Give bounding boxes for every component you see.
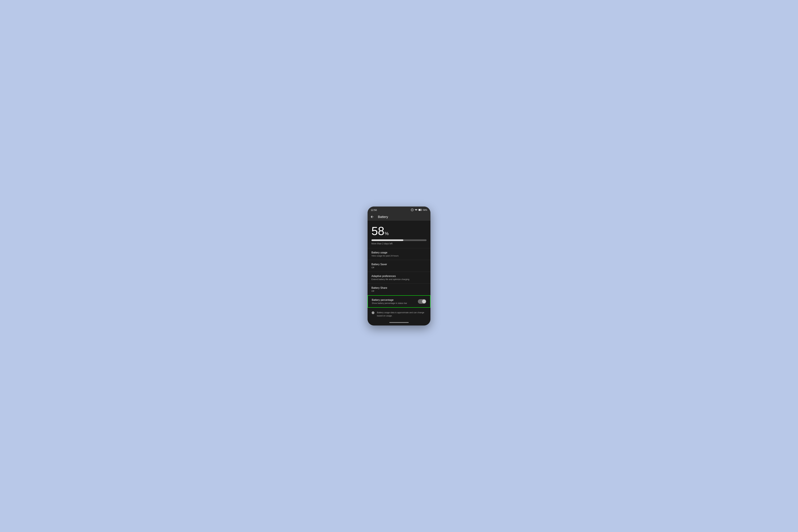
toolbar-title: Battery [378,215,388,219]
adaptive-preferences-subtitle: Extend battery life and optimize chargin… [372,278,426,281]
battery-saver-subtitle: Off [372,266,426,269]
back-button[interactable] [370,215,374,219]
battery-percentage-item[interactable]: Battery percentage Show battery percenta… [367,295,431,308]
battery-saver-item[interactable]: Battery Saver Off [367,260,431,272]
back-arrow-icon [370,215,374,219]
status-time: 12:50 [371,209,377,211]
info-section: Battery usage data is approximate and ca… [367,308,431,321]
battery-usage-item[interactable]: Battery usage View usage for past 24 hou… [367,248,431,260]
battery-saver-title: Battery Saver [372,263,426,266]
battery-percent-status: 58% [423,209,427,211]
battery-percentage-subtitle: Show battery percentage in status bar [372,302,418,304]
battery-share-subtitle: Off [372,290,426,292]
battery-icon [418,209,422,211]
battery-percent-value: 58 [372,225,384,237]
battery-share-item[interactable]: Battery Share Off [367,284,431,295]
info-text: Battery usage data is approximate and ca… [377,311,426,317]
wifi-icon [415,209,418,211]
battery-time-left: More than 2 days left [372,242,426,245]
battery-percentage-content: Battery percentage Show battery percenta… [372,299,418,304]
battery-hero-section: 58 % More than 2 days left [367,221,431,248]
home-indicator [367,321,431,325]
home-bar [389,322,409,323]
svg-rect-4 [419,209,421,211]
battery-share-title: Battery Share [372,286,426,289]
dnd-icon [411,208,414,211]
battery-usage-subtitle: View usage for past 24 hours [372,254,426,257]
status-icons: 58% [411,208,427,211]
content-area: 58 % More than 2 days left Battery usage… [367,221,431,321]
status-bar: 12:50 58% [367,207,431,213]
phone-container: 12:50 58% [367,207,431,325]
battery-percentage-title: Battery percentage [372,299,418,302]
toolbar: Battery [367,213,431,221]
battery-percentage-toggle[interactable] [418,299,426,304]
battery-percent-display: 58 % [372,225,426,237]
info-icon [372,311,375,315]
adaptive-preferences-item[interactable]: Adaptive preferences Extend battery life… [367,272,431,283]
adaptive-preferences-title: Adaptive preferences [372,275,426,278]
battery-percent-sign: % [385,231,389,236]
battery-usage-title: Battery usage [372,251,426,254]
battery-progress-bar [372,240,426,241]
battery-bar-fill [372,240,403,241]
